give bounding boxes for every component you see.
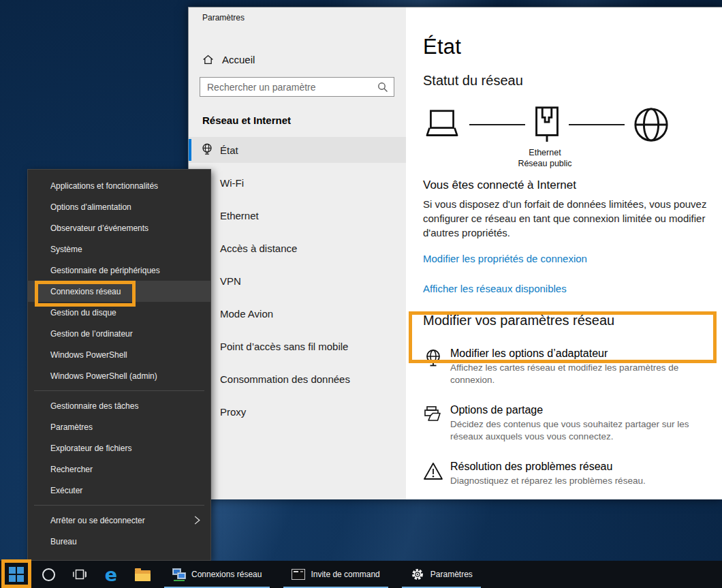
- taskbar-app-settings[interactable]: Paramètres: [401, 561, 482, 588]
- winx-item-task-manager[interactable]: Gestionnaire des tâches: [28, 395, 210, 416]
- network-globe-icon: [200, 142, 214, 156]
- row-network-troubleshoot[interactable]: Résolution des problèmes réseau Diagnost…: [423, 459, 722, 487]
- sidebar-item-label: Wi-Fi: [220, 177, 244, 189]
- internet-globe-icon: [633, 106, 670, 143]
- edge-button[interactable]: e: [95, 561, 127, 588]
- sidebar-item-consommation[interactable]: Consommation des données: [189, 366, 406, 392]
- sidebar-home-label: Accueil: [222, 54, 255, 65]
- settings-rows: Modifier les options d’adaptateur Affich…: [423, 346, 722, 487]
- row-title: Résolution des problèmes réseau: [450, 459, 646, 474]
- sidebar-item-label: Proxy: [220, 406, 246, 418]
- row-description: Affichez les cartes réseau et modifiez l…: [450, 362, 722, 386]
- winx-item-label: Exécuter: [50, 486, 82, 495]
- sidebar-item-label: Point d’accès sans fil mobile: [220, 341, 348, 352]
- network-status-diagram: Ethernet Réseau public: [423, 105, 716, 168]
- taskbar: e Connexions réseau Invite de command Pa…: [0, 561, 722, 588]
- winx-item-file-explorer[interactable]: Explorateur de fichiers: [28, 437, 210, 459]
- taskbar-app-command-prompt[interactable]: Invite de command: [283, 561, 388, 588]
- sidebar-item-mode-avion[interactable]: Mode Avion: [189, 300, 406, 326]
- winx-item-computer-management[interactable]: Gestion de l’ordinateur: [28, 323, 210, 344]
- sidebar-item-home[interactable]: Accueil: [202, 50, 406, 69]
- network-connections-icon: [172, 568, 186, 581]
- taskbar-app-label: Invite de command: [311, 570, 379, 579]
- winx-item-label: Applications et fonctionnalités: [50, 181, 158, 191]
- gear-icon: [410, 567, 425, 582]
- winx-item-label: Paramètres: [50, 422, 93, 432]
- winx-item-powershell-admin[interactable]: Windows PowerShell (admin): [28, 365, 210, 386]
- winx-item-label: Gestion du disque: [50, 308, 116, 318]
- sidebar-item-label: Consommation des données: [220, 373, 350, 385]
- row-sharing-options[interactable]: Options de partage Décidez des contenus …: [423, 403, 722, 443]
- winx-item-apps-features[interactable]: Applications et fonctionnalités: [28, 175, 210, 196]
- cortana-icon: [42, 568, 55, 581]
- row-adapter-options[interactable]: Modifier les options d’adaptateur Affich…: [423, 346, 722, 386]
- command-prompt-icon: [292, 569, 305, 580]
- search-input[interactable]: [207, 82, 377, 93]
- sidebar-item-label: État: [220, 144, 238, 156]
- warning-triangle-icon: [423, 461, 443, 482]
- row-title: Modifier les options d’adaptateur: [450, 346, 722, 360]
- sidebar-item-vpn[interactable]: VPN: [189, 268, 406, 294]
- winx-item-label: Rechercher: [50, 465, 93, 474]
- winx-item-search[interactable]: Rechercher: [28, 459, 210, 480]
- diagram-connector-line: [469, 124, 525, 125]
- sidebar-item-label: Mode Avion: [220, 308, 273, 320]
- task-view-icon: [72, 568, 87, 581]
- winx-item-label: Windows PowerShell (admin): [50, 371, 157, 381]
- winx-item-disk-management[interactable]: Gestion du disque: [28, 302, 210, 323]
- diagram-caption-type: Réseau public: [501, 158, 589, 169]
- page-title: État: [423, 33, 722, 61]
- diagram-caption: Ethernet Réseau public: [501, 147, 589, 169]
- menu-separator: [34, 390, 204, 391]
- windows-logo-icon: [9, 567, 24, 582]
- sidebar-nav: État Wi-Fi Ethernet Accès à distance VPN…: [189, 137, 406, 424]
- link-available-networks[interactable]: Afficher les réseaux disponibles: [423, 283, 567, 294]
- diagram-connector-line: [569, 124, 625, 125]
- sidebar-item-hotspot[interactable]: Point d’accès sans fil mobile: [189, 333, 406, 359]
- search-icon: [377, 82, 388, 93]
- winx-item-label: Gestionnaire des tâches: [50, 401, 138, 411]
- winx-item-desktop[interactable]: Bureau: [28, 531, 210, 552]
- winx-menu: Applications et fonctionnalités Options …: [27, 169, 211, 561]
- sidebar-item-ethernet[interactable]: Ethernet: [189, 202, 406, 228]
- file-explorer-button[interactable]: [127, 561, 158, 588]
- settings-search-box[interactable]: [200, 77, 394, 97]
- winx-item-settings[interactable]: Paramètres: [28, 416, 210, 437]
- adapter-globe-icon: [423, 348, 443, 369]
- row-description: Décidez des contenus que vous souhaitez …: [450, 418, 722, 443]
- start-button[interactable]: [0, 561, 33, 588]
- winx-item-power-options[interactable]: Options d’alimentation: [28, 196, 210, 217]
- connected-heading: Vous êtes connecté à Internet: [423, 179, 722, 192]
- sidebar-item-wifi[interactable]: Wi-Fi: [189, 170, 406, 196]
- winx-item-label: Gestion de l’ordinateur: [50, 329, 133, 339]
- winx-item-shutdown[interactable]: Arrêter ou se déconnecter: [28, 510, 210, 531]
- row-description: Diagnostiquez et réparez les problèmes r…: [450, 475, 646, 487]
- sidebar-section-title: Réseau et Internet: [202, 114, 406, 126]
- cortana-button[interactable]: [33, 561, 64, 588]
- taskbar-app-label: Paramètres: [430, 570, 473, 579]
- sidebar-item-etat[interactable]: État: [189, 137, 406, 163]
- winx-item-label: Options d’alimentation: [50, 202, 131, 212]
- row-title: Options de partage: [450, 403, 722, 417]
- window-title: Paramètres: [189, 13, 406, 22]
- sidebar-item-acces-distance[interactable]: Accès à distance: [189, 235, 406, 261]
- taskbar-app-network-connections[interactable]: Connexions réseau: [163, 561, 270, 588]
- task-view-button[interactable]: [64, 561, 95, 588]
- winx-item-device-manager[interactable]: Gestionnaire de périphériques: [28, 260, 210, 281]
- taskbar-app-label: Connexions réseau: [191, 570, 262, 579]
- desktop-wallpaper: Paramètres Accueil Réseau et Internet Ét…: [0, 0, 722, 588]
- winx-item-system[interactable]: Système: [28, 238, 210, 260]
- winx-item-label: Windows PowerShell: [50, 350, 127, 360]
- winx-item-network-connections[interactable]: Connexions réseau: [28, 281, 210, 302]
- sidebar-item-proxy[interactable]: Proxy: [189, 399, 406, 424]
- winx-item-powershell[interactable]: Windows PowerShell: [28, 344, 210, 365]
- winx-item-event-viewer[interactable]: Observateur d’événements: [28, 217, 210, 238]
- link-connection-properties[interactable]: Modifier les propriétés de connexion: [423, 253, 587, 264]
- edge-icon: e: [105, 566, 117, 584]
- winx-item-label: Connexions réseau: [50, 287, 121, 296]
- sidebar-item-label: VPN: [220, 275, 241, 287]
- winx-item-run[interactable]: Exécuter: [28, 480, 210, 501]
- network-status-heading: Statut du réseau: [423, 73, 722, 89]
- sidebar-item-label: Ethernet: [220, 210, 259, 221]
- connected-description: Si vous disposez d'un forfait de données…: [423, 197, 722, 240]
